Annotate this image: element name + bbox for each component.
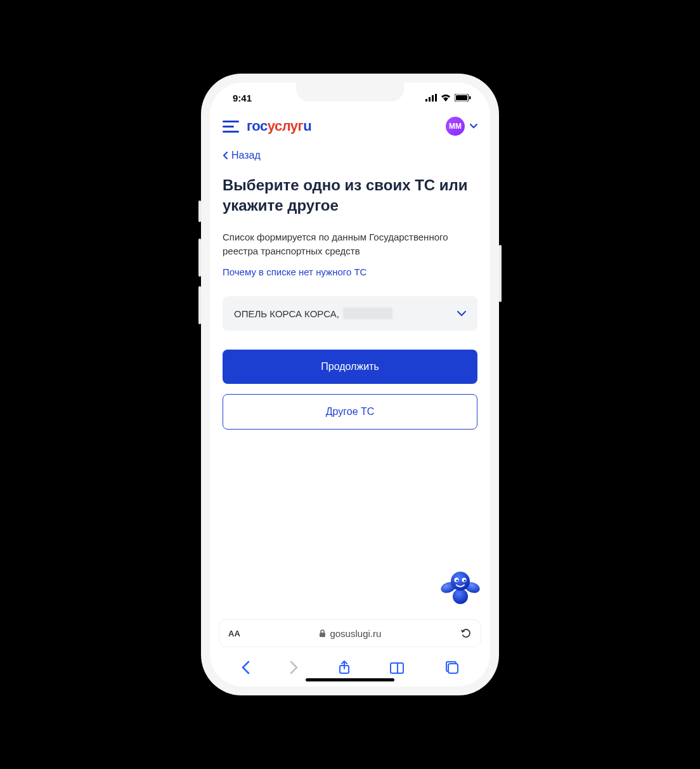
avatar-initials: ММ bbox=[449, 122, 462, 131]
tabs-icon[interactable] bbox=[445, 661, 459, 674]
chevron-down-icon bbox=[470, 124, 477, 129]
home-indicator[interactable] bbox=[306, 678, 394, 681]
share-icon[interactable] bbox=[338, 660, 351, 675]
lock-icon bbox=[319, 629, 326, 638]
status-icons bbox=[425, 94, 471, 102]
phone-mute-switch bbox=[198, 200, 201, 222]
page-title: Выберите одно из своих ТС или укажите др… bbox=[223, 175, 477, 216]
vehicle-select[interactable]: ОПЕЛЬ КОРСА КОРСА, bbox=[223, 296, 477, 331]
phone-frame: 9:41 госуслугu ММ bbox=[201, 74, 499, 695]
logo[interactable]: госуслугu bbox=[247, 118, 311, 135]
vehicle-select-prefix: ОПЕЛЬ КОРСА КОРСА, bbox=[234, 308, 339, 319]
svg-point-9 bbox=[453, 589, 468, 604]
page-description: Список формируется по данным Государстве… bbox=[223, 230, 477, 258]
phone-notch bbox=[296, 82, 404, 102]
back-label: Назад bbox=[231, 150, 261, 161]
phone-volume-down bbox=[198, 286, 201, 324]
phone-screen: 9:41 госуслугu ММ bbox=[210, 82, 490, 687]
url-domain: gosuslugi.ru bbox=[330, 628, 381, 639]
browser-back-icon[interactable] bbox=[241, 661, 250, 674]
svg-point-14 bbox=[464, 580, 466, 582]
text-size-button[interactable]: AA bbox=[228, 629, 240, 638]
logo-part2: услуг bbox=[268, 118, 304, 134]
avatar[interactable]: ММ bbox=[446, 117, 465, 136]
app-header: госуслугu ММ bbox=[210, 113, 490, 142]
bookmarks-icon[interactable] bbox=[390, 661, 405, 674]
status-time: 9:41 bbox=[233, 93, 252, 103]
battery-icon bbox=[455, 94, 471, 102]
wifi-icon bbox=[441, 94, 451, 102]
svg-rect-5 bbox=[456, 95, 467, 100]
phone-power-button bbox=[499, 245, 502, 302]
header-right[interactable]: ММ bbox=[446, 117, 477, 136]
svg-rect-0 bbox=[425, 99, 427, 102]
svg-rect-1 bbox=[429, 97, 431, 102]
vehicle-select-value: ОПЕЛЬ КОРСА КОРСА, bbox=[234, 308, 392, 319]
header-left: госуслугu bbox=[223, 118, 311, 135]
svg-point-10 bbox=[451, 572, 470, 591]
reload-icon[interactable] bbox=[460, 628, 472, 639]
logo-part1: гос bbox=[247, 118, 268, 134]
url-display[interactable]: gosuslugi.ru bbox=[319, 628, 381, 639]
menu-button[interactable] bbox=[223, 121, 239, 133]
svg-rect-17 bbox=[448, 664, 458, 673]
phone-volume-up bbox=[198, 239, 201, 277]
back-link[interactable]: Назад bbox=[223, 150, 261, 161]
why-missing-link[interactable]: Почему в списке нет нужного ТС bbox=[223, 266, 366, 277]
chevron-down-icon bbox=[457, 311, 466, 317]
svg-rect-3 bbox=[435, 94, 437, 102]
vehicle-select-redacted bbox=[343, 308, 392, 319]
logo-part3: u bbox=[303, 118, 311, 134]
content-area: Назад Выберите одно из своих ТС или укаж… bbox=[210, 142, 490, 614]
chevron-left-icon bbox=[223, 152, 228, 159]
browser-url-bar[interactable]: AA gosuslugi.ru bbox=[219, 619, 481, 647]
svg-point-13 bbox=[457, 580, 458, 582]
browser-forward-icon bbox=[290, 661, 299, 674]
svg-rect-2 bbox=[432, 95, 434, 102]
cellular-icon bbox=[425, 94, 437, 102]
svg-rect-6 bbox=[469, 96, 471, 100]
assistant-bot-icon[interactable] bbox=[441, 569, 480, 608]
continue-button[interactable]: Продолжить bbox=[223, 350, 477, 384]
svg-rect-15 bbox=[320, 633, 325, 637]
other-vehicle-button[interactable]: Другое ТС bbox=[223, 394, 477, 430]
